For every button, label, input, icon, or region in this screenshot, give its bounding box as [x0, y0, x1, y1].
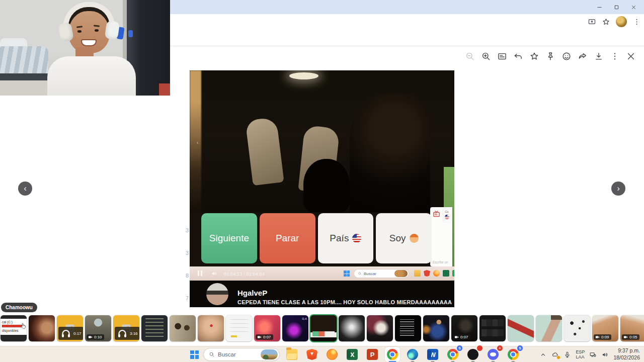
onedrive-tray[interactable]: [551, 351, 559, 358]
search-highlight-image: [394, 270, 408, 277]
undo-icon[interactable]: [513, 51, 523, 61]
audio-clip-thumbnail[interactable]: 0:17: [57, 315, 83, 341]
previous-photo-button[interactable]: ‹: [18, 182, 32, 196]
chrome-profile-icon: [447, 349, 458, 360]
current-video-thumbnail[interactable]: [310, 315, 337, 341]
audio-clip-thumbnail[interactable]: 3:16: [113, 315, 139, 341]
grid-screenshot-thumbnail[interactable]: [479, 315, 506, 341]
close-viewer-icon[interactable]: [626, 51, 636, 61]
word-taskbar-icon[interactable]: W: [425, 347, 440, 362]
us-flag-icon: [352, 234, 361, 243]
music-cover-thumbnail[interactable]: G-A: [282, 315, 308, 341]
excel-icon: [443, 270, 449, 277]
headphone-earcup: [105, 20, 120, 40]
windows-taskbar: Buscar XPWS+S ESP LAA 9:37 p.m. 18/02/20…: [0, 346, 644, 362]
save-page-icon[interactable]: [588, 18, 596, 26]
disk-usage-screenshot-thumbnail[interactable]: cal (C:)disponibles: [1, 315, 27, 341]
details-icon[interactable]: [497, 51, 507, 61]
maximize-button[interactable]: [608, 0, 625, 14]
people-photo-thumbnail[interactable]: [170, 315, 196, 341]
face-photo-thumbnail[interactable]: [198, 315, 224, 341]
taskbar-clock[interactable]: 9:37 p.m. 18/02/2026: [613, 347, 640, 361]
excel-taskbar-icon[interactable]: X: [345, 347, 360, 362]
video-clip-thumbnail[interactable]: 0:05: [620, 315, 644, 341]
download-icon[interactable]: [594, 51, 604, 61]
shield-icon: [424, 270, 430, 277]
profile-avatar[interactable]: [616, 16, 627, 27]
discord-icon: [488, 349, 499, 360]
headphones-icon: [116, 327, 128, 339]
firefox-browser-icon: [327, 349, 338, 360]
pin-icon[interactable]: [545, 51, 555, 61]
zoom-out-icon[interactable]: [465, 51, 475, 61]
tooltip: Chamoowu: [1, 303, 37, 312]
video-clip-thumbnail[interactable]: 0:07: [451, 315, 477, 341]
stickers-photo-thumbnail[interactable]: [564, 315, 590, 341]
duration-badge: 0:07: [256, 334, 273, 340]
close-window-button[interactable]: [625, 0, 642, 14]
powerpoint-taskbar-icon[interactable]: P: [365, 347, 380, 362]
window-controls: [591, 0, 642, 14]
next-photo-button[interactable]: ›: [611, 182, 625, 196]
video-clip-thumbnail[interactable]: 0:09: [592, 315, 618, 341]
photo-button-siguiente: Siguiente: [201, 213, 257, 263]
camera-icon: [257, 335, 262, 339]
chrome-profile-icon: [508, 349, 519, 360]
webcam-person: [46, 2, 142, 96]
minimize-button[interactable]: [591, 0, 608, 14]
webcam-desk-item: [159, 83, 170, 96]
search-icon: [358, 272, 362, 276]
desk-video-thumbnail[interactable]: 0:10: [85, 315, 111, 341]
firefox-icon: [433, 270, 440, 277]
chrome-browser-taskbar-icon[interactable]: [385, 347, 400, 362]
hidden-icons-chevron[interactable]: [539, 351, 547, 358]
photo-self-video-sliver: [190, 70, 201, 212]
photo-button-país: País: [318, 213, 374, 263]
photo-chat-input-placeholder: Escribe un: [433, 260, 448, 264]
player-time: 01:04:23 / 02:04:03: [224, 272, 265, 277]
more-options-icon[interactable]: [610, 51, 620, 61]
sheets-icon: [452, 270, 454, 277]
profile-side-photo-thumbnail[interactable]: [29, 315, 55, 341]
chat-screenshot-thumbnail[interactable]: [141, 315, 168, 341]
edge-browser-taskbar-icon[interactable]: [405, 347, 420, 362]
bookmark-star-icon[interactable]: [602, 18, 610, 26]
excel-icon: X: [347, 349, 358, 360]
folder-icon: [414, 270, 421, 277]
volume-tray-icon[interactable]: [601, 351, 609, 358]
microphone-tray-icon[interactable]: [564, 351, 571, 358]
photo-search-box: Buscar: [354, 269, 409, 278]
brave-browser-taskbar-icon[interactable]: [304, 347, 319, 362]
discord-taskbar-icon[interactable]: +: [486, 347, 501, 362]
start-button[interactable]: [190, 350, 199, 359]
network-tray-icon[interactable]: [589, 351, 597, 358]
taskbar-search[interactable]: Buscar: [203, 348, 280, 361]
text-screenshot-thumbnail[interactable]: [395, 315, 421, 341]
share-icon[interactable]: [578, 51, 588, 61]
tooltip-label: Chamoowu: [6, 305, 33, 310]
skateboard-photo-thumbnail[interactable]: [508, 315, 534, 341]
file-explorer-taskbar-icon[interactable]: [284, 347, 299, 362]
current-photo[interactable]: ‹ Co Escribe un SiguientePararPaísSoy 01…: [190, 70, 454, 307]
language-indicator[interactable]: ESP LAA: [576, 349, 585, 360]
dark-app-taskbar-icon[interactable]: [465, 347, 480, 362]
more-menu-icon[interactable]: [632, 18, 641, 26]
chrome-profile-taskbar-icon[interactable]: S: [445, 347, 460, 362]
skateboard-photo-thumbnail[interactable]: [536, 315, 562, 341]
word-icon: W: [427, 349, 438, 360]
webcam-overlay[interactable]: [0, 0, 170, 96]
emoji-icon[interactable]: [561, 51, 572, 61]
search-placeholder: Buscar: [218, 351, 258, 357]
favorite-star-icon[interactable]: [529, 51, 539, 61]
ui-screenshot-thumbnail[interactable]: [226, 315, 252, 341]
rabbit-photo-thumbnail[interactable]: [367, 315, 393, 341]
chrome-profile-taskbar-icon[interactable]: S: [506, 347, 521, 362]
bw-photo-thumbnail[interactable]: [339, 315, 365, 341]
firefox-browser-taskbar-icon[interactable]: [325, 347, 340, 362]
video-clip-thumbnail[interactable]: 0:07: [254, 315, 280, 341]
zoom-in-icon[interactable]: [481, 51, 491, 61]
person-photo-thumbnail[interactable]: [423, 315, 449, 341]
camera-icon: [595, 335, 600, 339]
duration-badge: 0:05: [622, 334, 639, 340]
webcam-bed-frame: [0, 73, 51, 80]
